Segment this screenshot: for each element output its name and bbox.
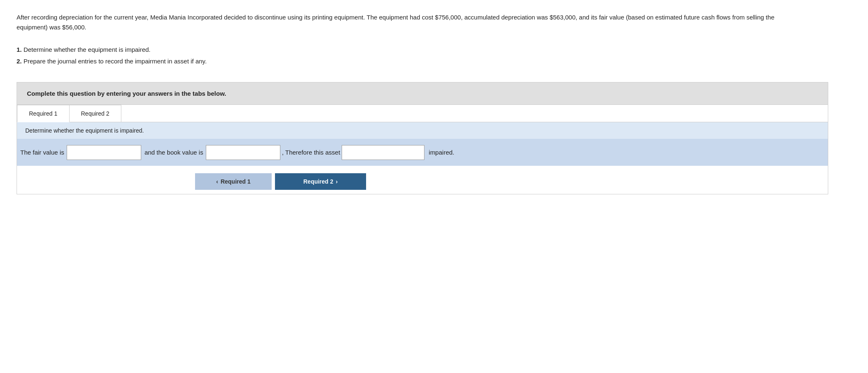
intro-paragraph: After recording depreciation for the cur…	[17, 12, 851, 32]
answer-row: The fair value is and the book value is …	[17, 139, 828, 166]
btn-required2[interactable]: Required 2 ›	[275, 173, 366, 190]
q1-label: 1.	[17, 46, 22, 53]
impaired-label: impaired.	[424, 149, 458, 156]
btn-required2-label: Required 2	[303, 178, 333, 185]
fair-value-label: The fair value is	[17, 149, 67, 156]
complete-box-text: Complete this question by entering your …	[27, 90, 226, 97]
therefore-input[interactable]	[342, 145, 424, 160]
tab-instruction: Determine whether the equipment is impai…	[17, 122, 828, 139]
chevron-left-icon: ‹	[216, 178, 218, 185]
questions-section: 1. Determine whether the equipment is im…	[17, 44, 851, 67]
tab-content: Determine whether the equipment is impai…	[17, 122, 828, 194]
tabs-header: Required 1 Required 2	[17, 105, 828, 122]
q2-label: 2.	[17, 58, 22, 65]
nav-buttons: ‹ Required 1 Required 2 ›	[17, 166, 828, 194]
complete-box: Complete this question by entering your …	[17, 82, 828, 105]
intro-text: After recording depreciation for the cur…	[17, 12, 803, 32]
therefore-label: , Therefore this asset	[280, 149, 342, 156]
q1-text: Determine whether the equipment is impai…	[24, 46, 151, 53]
chevron-right-icon: ›	[336, 178, 338, 185]
book-value-input[interactable]	[206, 145, 280, 160]
q2-text: Prepare the journal entries to record th…	[24, 58, 207, 65]
fair-value-input[interactable]	[67, 145, 141, 160]
question-1: 1. Determine whether the equipment is im…	[17, 44, 851, 56]
tabs-container: Required 1 Required 2 Determine whether …	[17, 105, 828, 194]
btn-required1-label: Required 1	[221, 178, 251, 185]
tab-required-2[interactable]: Required 2	[70, 105, 122, 122]
tab-required-1[interactable]: Required 1	[17, 105, 70, 122]
btn-required1[interactable]: ‹ Required 1	[195, 173, 272, 190]
book-value-label: and the book value is	[141, 149, 206, 156]
question-2: 2. Prepare the journal entries to record…	[17, 56, 851, 67]
